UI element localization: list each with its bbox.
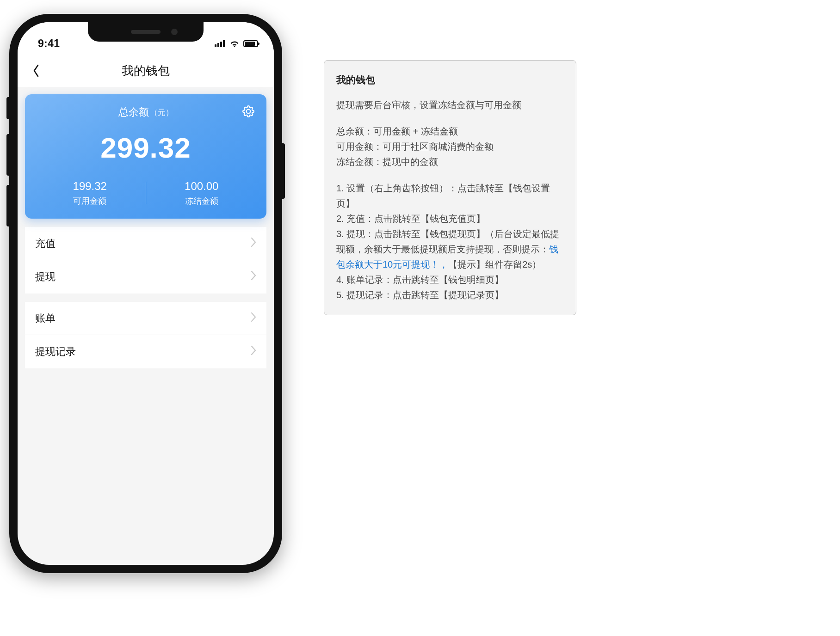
menu-item-label: 提现记录 <box>35 345 76 359</box>
chevron-right-icon <box>251 345 256 358</box>
wifi-icon <box>229 40 240 47</box>
menu-item-label: 充值 <box>35 237 56 251</box>
menu-item-withdraw[interactable]: 提现 <box>25 260 266 294</box>
available-balance: 199.32 可用金额 <box>34 180 146 207</box>
note-def-line: 冻结金额：提现中的金额 <box>336 154 564 170</box>
chevron-right-icon <box>251 312 256 325</box>
status-icons <box>215 40 258 47</box>
menu-item-label: 账单 <box>35 312 56 325</box>
back-button[interactable] <box>28 62 44 79</box>
note-steps: 1. 设置（右上角齿轮按钮）：点击跳转至【钱包设置页】 2. 充值：点击跳转至【… <box>336 181 564 303</box>
frozen-balance: 100.00 冻结金额 <box>146 180 258 207</box>
available-label: 可用金额 <box>34 196 146 207</box>
gear-icon <box>242 105 254 117</box>
note-step: 5. 提现记录：点击跳转至【提现记录页】 <box>336 287 564 303</box>
note-intro: 提现需要后台审核，设置冻结金额与可用金额 <box>336 98 564 113</box>
total-balance-label: 总余额 <box>118 105 149 119</box>
balance-card: 总余额 （元） 299.32 199.32 可用金 <box>25 94 266 219</box>
note-definitions: 总余额：可用金额 + 冻结金额 可用金额：可用于社区商城消费的金额 冻结金额：提… <box>336 124 564 170</box>
cellular-icon <box>215 40 226 47</box>
total-balance-amount: 299.32 <box>34 131 257 164</box>
note-step: 2. 充值：点击跳转至【钱包充值页】 <box>336 211 564 226</box>
frozen-value: 100.00 <box>146 180 258 193</box>
note-def-line: 可用金额：可用于社区商城消费的金额 <box>336 139 564 154</box>
phone-screen: 9:41 我的钱包 总余额 <box>18 22 274 565</box>
battery-icon <box>243 40 258 47</box>
chevron-right-icon <box>251 270 256 283</box>
note-step-text: 3. 提现：点击跳转至【钱包提现页】（后台设定最低提现额，余额大于最低提现额后支… <box>336 229 559 254</box>
note-step-text: 【提示】组件存留2s） <box>448 259 541 269</box>
phone-frame: 9:41 我的钱包 总余额 <box>9 14 282 573</box>
note-def-line: 总余额：可用金额 + 冻结金额 <box>336 124 564 139</box>
status-time: 9:41 <box>33 37 60 50</box>
menu-item-label: 提现 <box>35 270 56 284</box>
page-title: 我的钱包 <box>18 63 274 79</box>
nav-bar: 我的钱包 <box>18 55 274 87</box>
available-value: 199.32 <box>34 180 146 193</box>
chevron-right-icon <box>251 237 256 250</box>
menu-item-withdraw-record[interactable]: 提现记录 <box>25 335 266 368</box>
note-step: 4. 账单记录：点击跳转至【钱包明细页】 <box>336 272 564 287</box>
settings-button[interactable] <box>241 104 255 118</box>
note-step: 3. 提现：点击跳转至【钱包提现页】（后台设定最低提现额，余额大于最低提现额后支… <box>336 226 564 272</box>
menu-item-bill[interactable]: 账单 <box>25 302 266 335</box>
menu-group-1: 充值 提现 <box>25 227 266 294</box>
annotation-card: 我的钱包 提现需要后台审核，设置冻结金额与可用金额 总余额：可用金额 + 冻结金… <box>324 60 576 315</box>
note-title: 我的钱包 <box>336 73 564 86</box>
frozen-label: 冻结金额 <box>146 196 258 207</box>
phone-notch <box>88 22 204 42</box>
menu-item-recharge[interactable]: 充值 <box>25 227 266 260</box>
total-balance-unit: （元） <box>150 107 173 118</box>
note-step: 1. 设置（右上角齿轮按钮）：点击跳转至【钱包设置页】 <box>336 181 564 211</box>
menu-group-2: 账单 提现记录 <box>25 302 266 368</box>
